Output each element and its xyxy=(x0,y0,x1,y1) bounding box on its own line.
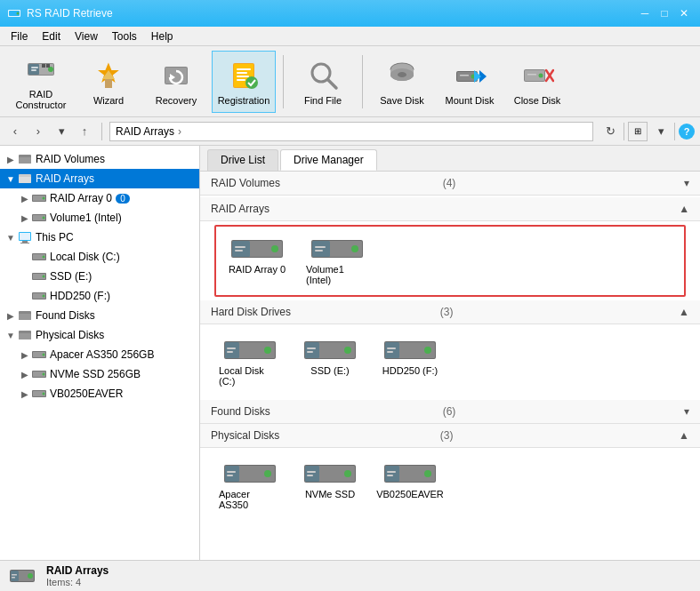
chevron-physical-disks: ▲ xyxy=(679,429,689,442)
svg-point-110 xyxy=(424,347,431,354)
expand-this-pc: ▼ xyxy=(4,230,18,244)
forward-button[interactable]: › xyxy=(28,122,48,141)
sidebar-label-nvme: NVMe SSD 256GB xyxy=(50,368,141,380)
disk-item-local-c[interactable]: Local Disk (C:) xyxy=(214,333,286,391)
svg-rect-44 xyxy=(19,157,31,164)
svg-rect-105 xyxy=(307,347,316,349)
close-button[interactable]: ✕ xyxy=(675,4,693,22)
sidebar-label-hdd250-f: HDD250 (F:) xyxy=(50,290,110,302)
disk-item-vb0250eaver-content[interactable]: VB0250EAVER xyxy=(374,457,446,515)
svg-point-30 xyxy=(398,72,406,77)
disk-item-nvme-content[interactable]: NVMe SSD xyxy=(294,457,366,515)
raid-constructor-icon xyxy=(23,52,59,86)
sidebar-item-apacer[interactable]: ▶ Apacer AS350 256GB xyxy=(0,345,199,364)
sidebar-item-raid-arrays[interactable]: ▼ RAID Arrays xyxy=(0,169,199,188)
view-button[interactable]: ⊞ xyxy=(628,122,648,141)
disk-img-nvme xyxy=(303,461,357,486)
svg-point-61 xyxy=(43,256,45,259)
svg-rect-94 xyxy=(315,250,323,252)
sidebar-item-local-disk-c[interactable]: Local Disk (C:) xyxy=(0,247,199,267)
dropdown-button[interactable]: ▾ xyxy=(52,122,71,141)
recovery-button[interactable]: Recovery xyxy=(144,51,208,113)
sidebar-item-raid-array-0[interactable]: ▶ RAID Array 0 0 xyxy=(0,188,199,208)
expand-ssd-e xyxy=(18,269,32,284)
disk-item-apacer[interactable]: Apacer AS350 xyxy=(214,457,286,515)
sidebar-item-nvme[interactable]: ▶ NVMe SSD 256GB xyxy=(0,364,199,384)
help-button[interactable]: ? xyxy=(679,124,695,140)
section-title-hdd: Hard Disk Drives xyxy=(211,306,437,318)
section-raid-arrays[interactable]: RAID Arrays ▲ xyxy=(200,197,700,221)
menu-tools[interactable]: Tools xyxy=(105,28,144,44)
section-count-physical-disks: (3) xyxy=(440,429,454,442)
section-raid-volumes[interactable]: RAID Volumes (4) ▾ xyxy=(200,172,700,196)
tab-drive-list[interactable]: Drive List xyxy=(207,149,278,171)
find-file-button[interactable]: Find File xyxy=(291,51,355,113)
raid-array-badge: 0 xyxy=(116,194,130,204)
raid-constructor-button[interactable]: RAID Constructor xyxy=(9,51,73,113)
section-title-found-disks: Found Disks xyxy=(211,405,439,418)
disk-label-volume1: Volume1 (Intel) xyxy=(306,264,368,285)
section-hdd[interactable]: Hard Disk Drives (3) ▲ xyxy=(200,300,700,324)
svg-rect-47 xyxy=(19,177,31,183)
sidebar-item-found-disks[interactable]: ▶ Found Disks xyxy=(0,306,199,325)
sidebar-item-physical-disks[interactable]: ▼ Physical Disks xyxy=(0,325,199,345)
svg-rect-109 xyxy=(385,342,399,358)
disk-item-raid-array-0[interactable]: RAID Array 0 xyxy=(221,232,293,290)
wizard-button[interactable]: Wizard xyxy=(76,51,141,113)
sidebar-item-volume1-intel[interactable]: ▶ Volume1 (Intel) xyxy=(0,208,199,228)
section-found-disks[interactable]: Found Disks (6) ▾ xyxy=(200,400,700,424)
disk-img-volume1 xyxy=(310,236,364,261)
disk-item-hdd250-f[interactable]: HDD250 (F:) xyxy=(374,333,446,391)
hdd-small-icon-7 xyxy=(32,367,46,381)
status-subtitle: Items: 4 xyxy=(46,577,109,587)
expand-raid-volumes: ▶ xyxy=(4,152,18,166)
mount-disk-button[interactable]: Mount Disk xyxy=(438,51,502,113)
mount-disk-label: Mount Disk xyxy=(445,95,494,106)
breadcrumb-separator: › xyxy=(178,125,181,138)
tab-drive-manager[interactable]: Drive Manager xyxy=(280,149,377,171)
wizard-label: Wizard xyxy=(93,95,124,106)
menu-view[interactable]: View xyxy=(68,28,105,44)
close-disk-button[interactable]: Close Disk xyxy=(505,51,569,113)
hdd-small-icon-6 xyxy=(32,347,46,362)
computer-icon xyxy=(18,230,32,244)
expand-raid-array-0: ▶ xyxy=(18,191,32,205)
svg-rect-48 xyxy=(23,175,27,176)
sidebar-item-raid-volumes[interactable]: ▶ RAID Volumes xyxy=(0,149,199,169)
disk-item-ssd-e[interactable]: SSD (E:) xyxy=(294,333,366,391)
menu-file[interactable]: File xyxy=(4,28,35,44)
menu-edit[interactable]: Edit xyxy=(35,28,68,44)
section-physical-disks[interactable]: Physical Disks (3) ▲ xyxy=(200,424,700,448)
maximize-button[interactable]: □ xyxy=(656,4,673,22)
breadcrumb: RAID Arrays › xyxy=(116,125,181,138)
addr-sep2 xyxy=(624,123,624,140)
save-disk-button[interactable]: Save Disk xyxy=(370,51,434,113)
status-info: RAID Arrays Items: 4 xyxy=(46,564,109,587)
sidebar-item-ssd-e[interactable]: SSD (E:) xyxy=(0,267,199,286)
view-dropdown-button[interactable]: ▾ xyxy=(651,122,671,141)
sidebar-item-vb0250eaver[interactable]: ▶ VB0250EAVER xyxy=(0,384,199,403)
back-button[interactable]: ‹ xyxy=(5,122,25,141)
svg-rect-14 xyxy=(165,68,187,84)
svg-rect-8 xyxy=(31,69,36,71)
svg-point-39 xyxy=(539,74,543,78)
up-button[interactable]: ↑ xyxy=(75,122,94,141)
hdd-small-icon-3 xyxy=(32,250,46,264)
sidebar-item-this-pc[interactable]: ▼ This PC xyxy=(0,228,199,247)
minimize-button[interactable]: ─ xyxy=(636,4,654,22)
registration-button[interactable]: Registration xyxy=(212,51,276,113)
svg-rect-112 xyxy=(387,351,393,353)
address-box[interactable]: RAID Arrays › xyxy=(109,122,593,141)
sidebar-label-physical-disks: Physical Disks xyxy=(36,329,104,341)
svg-rect-40 xyxy=(527,74,536,76)
section-title-physical-disks: Physical Disks xyxy=(211,429,437,442)
folder-dash-icon xyxy=(18,152,32,166)
refresh-button[interactable]: ↻ xyxy=(600,122,620,141)
svg-point-98 xyxy=(264,347,271,354)
menu-help[interactable]: Help xyxy=(144,28,181,44)
sidebar-item-hdd250-f[interactable]: HDD250 (F:) xyxy=(0,286,199,306)
svg-point-64 xyxy=(43,276,45,278)
disk-item-volume1-intel[interactable]: Volume1 (Intel) xyxy=(302,232,373,290)
svg-point-82 xyxy=(43,393,45,395)
svg-rect-91 xyxy=(312,241,330,257)
